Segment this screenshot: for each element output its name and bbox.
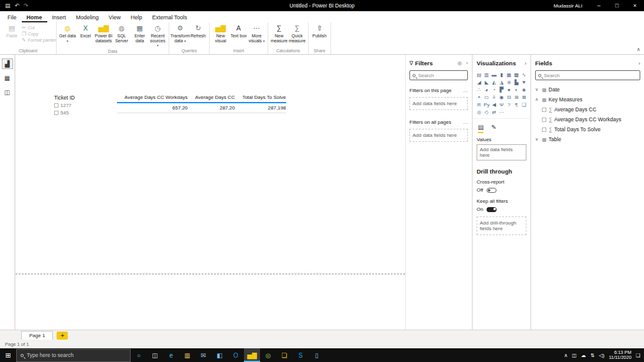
keep-all-filters-toggle[interactable] — [487, 207, 497, 212]
expand-chevron-icon[interactable]: ∨ — [535, 137, 540, 142]
copy-button[interactable]: ❐ Copy — [22, 31, 54, 37]
field-key-measures[interactable]: ∧ ▦ Key Measures — [531, 95, 644, 104]
taskbar-clock[interactable]: 6:13 PM 11/11/2020 — [609, 350, 631, 361]
slicer-checkbox[interactable] — [54, 103, 58, 108]
drill-through-dropzone[interactable]: Add drill-through fields here — [477, 216, 526, 235]
tab-modeling[interactable]: Modeling — [71, 13, 104, 22]
slicer-icon[interactable]: ⊟ — [505, 93, 513, 101]
filters-search[interactable] — [409, 70, 468, 80]
mail-icon[interactable]: ✉ — [195, 348, 212, 362]
smart-narrative-icon[interactable]: ¶ — [513, 101, 520, 108]
save-icon[interactable]: ▤ — [5, 2, 11, 9]
field-checkbox[interactable] — [542, 108, 546, 112]
format-tab-icon[interactable]: ✎ — [491, 124, 496, 133]
file-explorer-icon[interactable]: ▥ — [179, 348, 195, 362]
card-icon[interactable]: ▭ — [483, 93, 490, 101]
sql-server-button[interactable]: ◍ SQL Server — [113, 23, 131, 44]
onedrive-icon[interactable]: ☁ — [581, 353, 586, 358]
enter-data-button[interactable]: ▦ Enter data — [131, 23, 149, 44]
funnel-chart-icon[interactable]: ▼ — [520, 78, 528, 86]
power-bi-datasets-button[interactable]: ▅▇ Power BI datasets — [95, 23, 113, 44]
new-visual-button[interactable]: ▅▇ New visual — [212, 23, 230, 44]
fields-search[interactable] — [535, 70, 640, 80]
power-bi-icon[interactable]: ▅▇ — [244, 348, 260, 362]
area-chart-icon[interactable]: ◢ — [475, 78, 483, 86]
page-tab[interactable]: Page 1 — [21, 331, 53, 340]
outlook-icon[interactable]: O — [228, 348, 244, 362]
signed-in-user[interactable]: Mudassir ALI — [554, 3, 582, 9]
python-visual-icon[interactable]: Py — [483, 101, 490, 108]
slicer-item[interactable]: 1277 — [54, 103, 75, 108]
tab-help[interactable]: Help — [126, 13, 147, 22]
paginated-report-icon[interactable]: ❏ — [520, 101, 528, 108]
collapse-fields-pane-icon[interactable]: › — [638, 60, 640, 67]
undo-icon[interactable]: ↶ — [15, 2, 20, 9]
values-dropzone[interactable]: Add data fields here — [477, 144, 526, 160]
your-phone-icon[interactable]: ▯ — [309, 348, 325, 362]
skype-icon[interactable]: S — [292, 348, 309, 362]
power-apps-icon[interactable]: ◇ — [483, 108, 490, 116]
fields-tab-icon[interactable]: ▤ — [478, 124, 483, 133]
filter-dropzone[interactable]: Add data fields here — [409, 129, 468, 142]
expand-chevron-icon[interactable]: ∨ — [535, 87, 540, 92]
data-view-icon[interactable]: ▦ — [2, 73, 13, 83]
scatter-chart-icon[interactable]: ∴ — [475, 86, 483, 93]
stacked-column-chart-icon[interactable]: ▥ — [483, 71, 490, 78]
redo-icon[interactable]: ↷ — [24, 2, 29, 9]
field-date[interactable]: ∨ ▦ Date — [531, 85, 644, 95]
get-more-visuals-icon[interactable]: ⋯ — [498, 108, 505, 116]
network-icon[interactable]: ⇅ — [590, 353, 595, 358]
action-center-icon[interactable]: ❏ — [636, 353, 640, 358]
expand-chevron-icon[interactable]: ∧ — [535, 97, 540, 102]
start-button[interactable]: ⊞ — [0, 348, 16, 362]
report-view-icon[interactable]: ▟ — [2, 58, 13, 69]
people-icon[interactable]: ◫ — [572, 353, 577, 358]
quick-measure-button[interactable]: ∑ Quick measure — [288, 23, 306, 44]
new-measure-button[interactable]: ∑ New measure — [270, 23, 288, 44]
model-view-icon[interactable]: ◫ — [2, 87, 13, 98]
chrome-icon[interactable]: ◎ — [260, 348, 276, 362]
treemap-icon[interactable]: ▛ — [498, 86, 505, 93]
tab-home[interactable]: Home — [22, 13, 47, 22]
refresh-button[interactable]: ↻ Refresh — [189, 23, 207, 39]
clustered-bar-chart-icon[interactable]: ▬ — [490, 71, 498, 78]
field-average-days-cc[interactable]: ∑ Average Days CC — [531, 104, 644, 114]
line-chart-icon[interactable]: ∿ — [520, 71, 528, 78]
add-page-button[interactable]: + — [57, 332, 68, 340]
multi-row-card-icon[interactable]: ≡ — [490, 93, 498, 101]
report-canvas[interactable]: Ticket ID 1277 545 — [16, 55, 405, 330]
maximize-button[interactable]: □ — [608, 0, 626, 11]
tab-view[interactable]: View — [104, 13, 126, 22]
filled-map-icon[interactable]: ◐ — [513, 86, 520, 93]
text-box-button[interactable]: A Text box — [230, 23, 248, 39]
slicer-visual[interactable]: Ticket ID 1277 545 — [54, 95, 75, 116]
r-script-visual-icon[interactable]: R — [475, 101, 483, 108]
table-column-header[interactable]: Total Days To Solve — [235, 95, 286, 103]
shape-map-icon[interactable]: ◈ — [520, 86, 528, 93]
tab-file[interactable]: File — [2, 13, 22, 22]
get-data-button[interactable]: ◍ Get data ▾ — [58, 23, 77, 44]
task-view-icon[interactable]: ◫ — [147, 348, 163, 362]
field-checkbox[interactable] — [542, 128, 546, 132]
store-icon[interactable]: ◧ — [212, 348, 228, 362]
slicer-checkbox[interactable] — [54, 111, 58, 115]
edge-icon[interactable]: e — [163, 348, 179, 362]
more-visuals-button[interactable]: ⋯ More visuals ▾ — [248, 23, 266, 44]
table-icon[interactable]: ⊞ — [513, 93, 520, 101]
tab-external-tools[interactable]: External Tools — [147, 13, 192, 22]
field-checkbox[interactable] — [542, 118, 546, 122]
donut-chart-icon[interactable]: ◔ — [490, 86, 498, 93]
paste-button[interactable]: ▤ Paste — [2, 23, 22, 39]
excel-button[interactable]: X Excel — [77, 23, 95, 39]
cross-report-toggle[interactable] — [487, 188, 497, 193]
format-painter-button[interactable]: ✎ Format painter — [22, 37, 54, 43]
100-stacked-column-chart-icon[interactable]: ▩ — [513, 71, 520, 78]
clustered-column-chart-icon[interactable]: ▮ — [498, 71, 505, 78]
qa-visual-icon[interactable]: ? — [505, 101, 513, 108]
decomposition-tree-icon[interactable]: Ψ — [498, 101, 505, 108]
gauge-icon[interactable]: ◓ — [475, 93, 483, 101]
close-button[interactable]: × — [626, 0, 644, 11]
taskbar-search[interactable] — [16, 349, 131, 362]
collapse-ribbon-icon[interactable]: ∧ — [637, 47, 640, 52]
recent-sources-button[interactable]: ◷ Recent sources ▾ — [149, 23, 167, 49]
